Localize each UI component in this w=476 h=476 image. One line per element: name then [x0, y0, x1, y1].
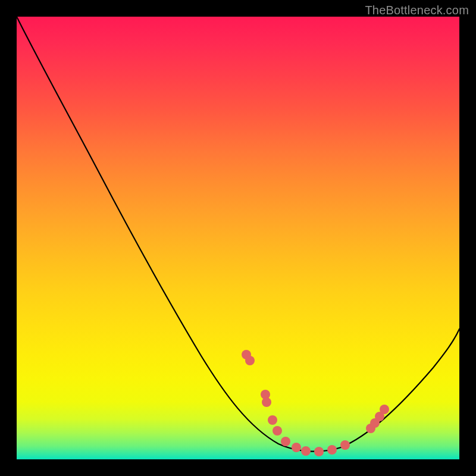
curve-dot [380, 405, 389, 414]
plot-area [17, 17, 459, 459]
curve-dots [242, 350, 389, 456]
curve-dot [273, 426, 282, 436]
curve-dot [301, 446, 311, 456]
curve-dot [340, 440, 350, 450]
bottleneck-curve-svg [17, 17, 459, 459]
curve-dot [327, 445, 337, 455]
curve-dot [262, 397, 271, 407]
curve-dot [292, 443, 301, 452]
watermark-text: TheBottleneck.com [365, 4, 469, 17]
curve-dot [268, 415, 277, 425]
curve-dot [245, 356, 255, 365]
bottleneck-curve [17, 17, 459, 452]
curve-dot [314, 447, 324, 456]
curve-dot [281, 437, 290, 446]
